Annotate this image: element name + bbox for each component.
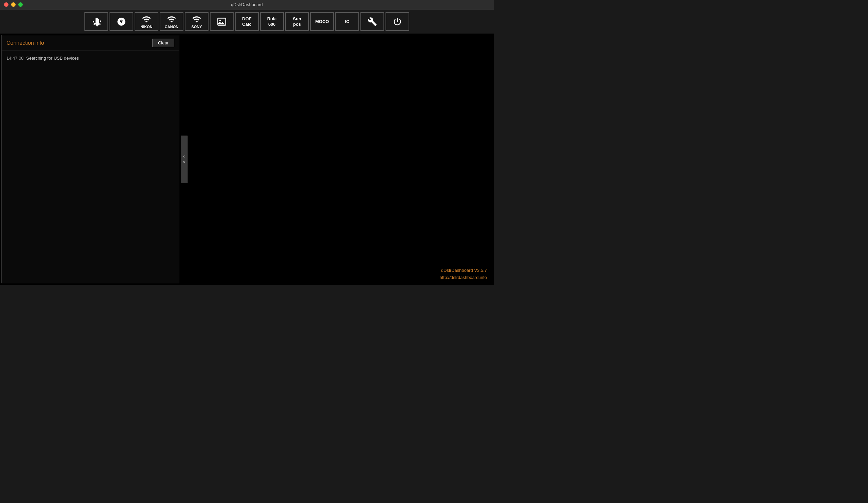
sony-button[interactable]: SONY	[185, 12, 208, 31]
sun-pos-label: Sunpos	[293, 16, 301, 27]
panel-header: Connection info Clear	[2, 35, 179, 51]
tools-icon	[368, 17, 377, 27]
collapse-handle[interactable]: < <	[181, 136, 187, 183]
version-link[interactable]: qDslrDashboard V3.5.7	[440, 267, 487, 274]
maximize-button[interactable]	[18, 2, 23, 7]
log-time: 14:47:08	[7, 55, 24, 61]
minimize-button[interactable]	[11, 2, 16, 7]
window-controls	[4, 2, 23, 7]
moco-button[interactable]: MOCO	[310, 12, 334, 31]
power-icon	[393, 17, 402, 27]
wifi-nikon-icon	[142, 14, 151, 24]
network-button[interactable]	[110, 12, 133, 31]
image-button[interactable]	[210, 12, 234, 31]
canon-label: CANON	[165, 25, 178, 29]
close-button[interactable]	[4, 2, 9, 7]
moco-label: MOCO	[315, 19, 329, 24]
nikon-label: NIKON	[141, 25, 152, 29]
sony-label: SONY	[191, 25, 202, 29]
footer: qDslrDashboard V3.5.7 http://dslrdashboa…	[440, 267, 487, 281]
ic-button[interactable]: IC	[335, 12, 359, 31]
usb-icon	[92, 17, 101, 27]
dof-calc-label: DOFCalc	[242, 16, 251, 27]
rule-600-label: Rule600	[267, 16, 277, 27]
power-button[interactable]	[385, 12, 409, 31]
nikon-button[interactable]: NIKON	[135, 12, 158, 31]
toolbar: NIKON CANON SONY DOFCalc Rule600 Sunpos …	[0, 10, 494, 33]
network-icon	[117, 17, 126, 27]
url-link[interactable]: http://dslrdashboard.info	[440, 274, 487, 281]
rule-600-button[interactable]: Rule600	[260, 12, 284, 31]
window-title: qDslrDashboard	[231, 2, 263, 7]
wifi-sony-icon	[192, 14, 202, 24]
log-entry: 14:47:08 Searching for USB devices	[7, 55, 174, 62]
usb-button[interactable]	[84, 12, 108, 31]
collapse-char-2: <	[183, 160, 185, 164]
clear-button[interactable]: Clear	[152, 39, 174, 47]
right-panel: qDslrDashboard V3.5.7 http://dslrdashboa…	[181, 33, 494, 285]
collapse-char-1: <	[183, 154, 185, 159]
canon-button[interactable]: CANON	[160, 12, 184, 31]
ic-label: IC	[345, 19, 350, 24]
svg-point-1	[219, 20, 221, 21]
tools-button[interactable]	[360, 12, 384, 31]
panel-log: 14:47:08 Searching for USB devices	[2, 51, 179, 283]
image-icon	[217, 17, 227, 27]
connection-info-panel: Connection info Clear 14:47:08 Searching…	[1, 35, 179, 283]
wifi-canon-icon	[167, 14, 176, 24]
title-bar: qDslrDashboard	[0, 0, 494, 10]
dof-calc-button[interactable]: DOFCalc	[235, 12, 259, 31]
connection-info-title: Connection info	[7, 40, 44, 46]
main-content: Connection info Clear 14:47:08 Searching…	[0, 33, 494, 285]
sun-pos-button[interactable]: Sunpos	[285, 12, 309, 31]
log-message: Searching for USB devices	[26, 55, 79, 61]
